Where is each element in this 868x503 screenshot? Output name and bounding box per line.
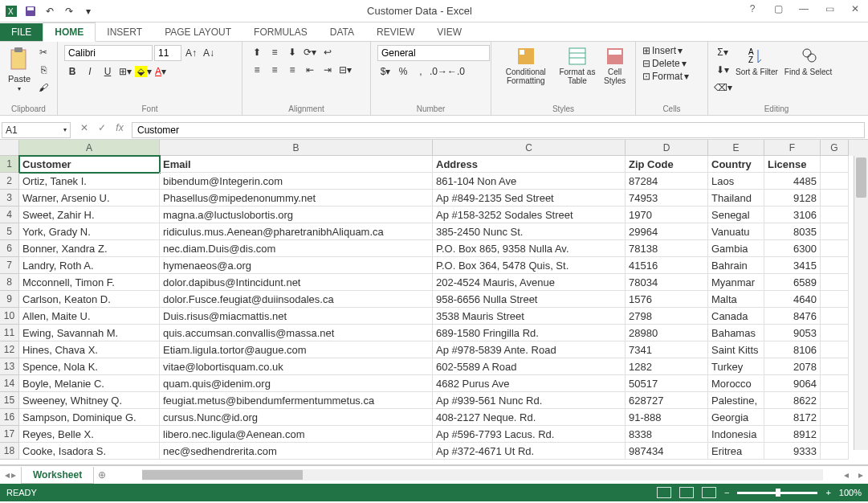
percent-icon[interactable]: % bbox=[395, 64, 411, 79]
font-size-select[interactable] bbox=[154, 45, 181, 61]
delete-cells-button[interactable]: ⊟ Delete ▾ bbox=[642, 58, 687, 69]
cell[interactable]: 78138 bbox=[626, 240, 708, 257]
help-icon[interactable]: ? bbox=[743, 3, 762, 19]
comma-icon[interactable]: , bbox=[413, 64, 429, 79]
cell[interactable]: Etiam.ligula.tortor@augue.com bbox=[160, 341, 433, 358]
row-header[interactable]: 8 bbox=[0, 274, 19, 291]
cell[interactable]: 87284 bbox=[626, 173, 708, 190]
cell[interactable]: 29964 bbox=[626, 223, 708, 240]
zoom-slider[interactable] bbox=[737, 492, 817, 494]
cell-styles-button[interactable]: Cell Styles bbox=[601, 45, 629, 87]
tab-data[interactable]: DATA bbox=[319, 23, 365, 41]
cell[interactable] bbox=[821, 443, 849, 460]
cell[interactable]: Ortiz, Tanek I. bbox=[19, 173, 160, 190]
cell[interactable]: dolor.Fusce.feugiat@duiinsodales.ca bbox=[160, 291, 433, 308]
cell[interactable]: Saint Kitts bbox=[708, 341, 764, 358]
cell[interactable]: License bbox=[764, 156, 821, 173]
add-sheet-button[interactable]: ⊕ bbox=[94, 469, 110, 481]
tab-page-layout[interactable]: PAGE LAYOUT bbox=[153, 23, 242, 41]
cell[interactable]: Turkey bbox=[708, 358, 764, 375]
cell[interactable] bbox=[821, 291, 849, 308]
redo-icon[interactable]: ↷ bbox=[61, 3, 77, 19]
cell[interactable]: 8912 bbox=[764, 426, 821, 443]
cell[interactable]: Ewing, Savannah M. bbox=[19, 325, 160, 341]
row-header[interactable]: 16 bbox=[0, 409, 19, 426]
cell[interactable] bbox=[821, 274, 849, 291]
cell[interactable]: Laos bbox=[708, 173, 764, 190]
cell[interactable]: 41516 bbox=[626, 257, 708, 274]
hscroll-right-icon[interactable]: ▸ bbox=[854, 469, 868, 481]
find-select-button[interactable]: Find & Select bbox=[783, 45, 833, 78]
row-header[interactable]: 9 bbox=[0, 291, 19, 308]
cell[interactable]: 3415 bbox=[764, 257, 821, 274]
cell[interactable]: 2078 bbox=[764, 358, 821, 375]
cell[interactable]: Sampson, Dominique G. bbox=[19, 409, 160, 426]
cell[interactable]: feugiat.metus@bibendumfermentummetus.ca bbox=[160, 392, 433, 409]
save-icon[interactable] bbox=[22, 3, 39, 19]
col-header-g[interactable]: G bbox=[821, 140, 849, 156]
cell[interactable]: Indonesia bbox=[708, 426, 764, 443]
cell[interactable]: Palestine, bbox=[708, 392, 764, 409]
row-header[interactable]: 11 bbox=[0, 325, 19, 341]
cell[interactable] bbox=[821, 240, 849, 257]
cell[interactable]: dolor.dapibus@Intincidunt.net bbox=[160, 274, 433, 291]
cell[interactable]: 91-888 bbox=[626, 409, 708, 426]
format-painter-icon[interactable]: 🖌 bbox=[35, 80, 51, 95]
col-header-d[interactable]: D bbox=[626, 140, 708, 156]
align-bottom-icon[interactable]: ⬇ bbox=[284, 45, 300, 59]
cell[interactable]: Duis.risus@miacmattis.net bbox=[160, 308, 433, 325]
cell[interactable]: 9333 bbox=[764, 443, 821, 460]
insert-cells-button[interactable]: ⊞ Insert ▾ bbox=[642, 45, 683, 56]
cell[interactable]: 28980 bbox=[626, 325, 708, 341]
cell[interactable] bbox=[821, 325, 849, 341]
zoom-out-icon[interactable]: − bbox=[724, 488, 729, 497]
cell[interactable]: Ap #372-4671 Ut Rd. bbox=[433, 443, 626, 460]
cell[interactable]: 7341 bbox=[626, 341, 708, 358]
close-icon[interactable]: ✕ bbox=[846, 3, 865, 19]
cell[interactable]: Landry, Roth A. bbox=[19, 257, 160, 274]
cell[interactable]: 4485 bbox=[764, 173, 821, 190]
cell[interactable]: hymenaeos@a.org bbox=[160, 257, 433, 274]
ribbon-display-icon[interactable]: ▢ bbox=[768, 3, 788, 19]
increase-indent-icon[interactable]: ⇥ bbox=[320, 63, 336, 77]
cell[interactable]: 602-5589 A Road bbox=[433, 358, 626, 375]
row-header[interactable]: 14 bbox=[0, 375, 19, 392]
cell[interactable]: Ap #596-7793 Lacus. Rd. bbox=[433, 426, 626, 443]
cell[interactable]: 2798 bbox=[626, 308, 708, 325]
tab-insert[interactable]: INSERT bbox=[96, 23, 153, 41]
cell[interactable]: Allen, Maite U. bbox=[19, 308, 160, 325]
cell[interactable]: P.O. Box 364, 5478 Quis, St. bbox=[433, 257, 626, 274]
vertical-scrollbar[interactable] bbox=[854, 156, 868, 450]
cell[interactable] bbox=[821, 207, 849, 223]
col-header-b[interactable]: B bbox=[160, 140, 433, 156]
cell[interactable]: ridiculus.mus.Aenean@pharetranibhAliquam… bbox=[160, 223, 433, 240]
cancel-formula-icon[interactable]: ✕ bbox=[75, 122, 93, 138]
cell[interactable]: 50517 bbox=[626, 375, 708, 392]
col-header-f[interactable]: F bbox=[764, 140, 821, 156]
row-header[interactable]: 5 bbox=[0, 223, 19, 240]
decrease-font-icon[interactable]: A↓ bbox=[201, 46, 217, 60]
cell[interactable]: 9064 bbox=[764, 375, 821, 392]
cell[interactable]: 1282 bbox=[626, 358, 708, 375]
cell[interactable]: Bonner, Xandra Z. bbox=[19, 240, 160, 257]
cell[interactable]: Boyle, Melanie C. bbox=[19, 375, 160, 392]
cell[interactable] bbox=[821, 341, 849, 358]
align-middle-icon[interactable]: ≡ bbox=[267, 45, 283, 59]
cell[interactable]: 408-2127 Neque. Rd. bbox=[433, 409, 626, 426]
sheet-tab-worksheet[interactable]: Worksheet bbox=[21, 467, 94, 484]
cell[interactable]: 8172 bbox=[764, 409, 821, 426]
cut-icon[interactable]: ✂ bbox=[35, 45, 51, 59]
align-right-icon[interactable]: ≡ bbox=[284, 63, 300, 77]
cell[interactable] bbox=[821, 308, 849, 325]
cell[interactable]: 8035 bbox=[764, 223, 821, 240]
cell[interactable]: Georgia bbox=[708, 409, 764, 426]
zoom-in-icon[interactable]: + bbox=[825, 488, 830, 497]
cell[interactable]: Warner, Arsenio U. bbox=[19, 190, 160, 207]
cell[interactable]: 74953 bbox=[626, 190, 708, 207]
cell[interactable]: Spence, Nola K. bbox=[19, 358, 160, 375]
row-header[interactable]: 15 bbox=[0, 392, 19, 409]
italic-button[interactable]: I bbox=[82, 64, 98, 79]
customize-qat-icon[interactable]: ▾ bbox=[80, 3, 96, 19]
undo-icon[interactable]: ↶ bbox=[42, 3, 58, 19]
cell[interactable]: Malta bbox=[708, 291, 764, 308]
